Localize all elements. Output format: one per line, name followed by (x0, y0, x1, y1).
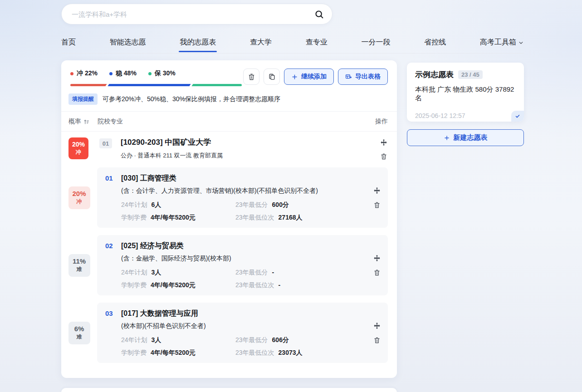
copy-icon (268, 73, 276, 81)
ratio-legend: 冲 22% 稳 48% 保 30% (70, 69, 242, 78)
continue-add-button[interactable]: 继续添加 (284, 69, 334, 85)
major-actions (373, 255, 381, 276)
copy-list-button[interactable] (264, 69, 280, 85)
nav-item-toolbox[interactable]: 高考工具箱 (480, 38, 524, 52)
plan-timestamp: 2025-06-12 12:57 (415, 112, 516, 119)
plus-icon (291, 74, 298, 80)
major-desc: (含：会计学、人力资源管理、市场营销)(校本部)(不招单色识别不全者) (121, 186, 380, 195)
stable-dot-icon (109, 72, 112, 75)
major-row: 20% 冲 01 [030] 工商管理类 (含：会计学、人力资源管理、市场营销)… (61, 167, 397, 228)
main-nav: 首页 智能选志愿 我的志愿表 查大学 查专业 一分一段 省控线 高考工具箱 (61, 38, 524, 54)
fill-reminder: 填报提醒 可参考20%冲、50%稳、30%保比例填报，并合理调整志愿顺序 (61, 86, 397, 111)
plan-selected-corner (511, 111, 524, 122)
plan-meta: 本科批 广东 物生政 580分 37892名 (415, 85, 516, 103)
list-header: 概率 院校专业 操作 (61, 111, 397, 132)
school-tags: 公办 · 普通本科 211 双一流 教育部直属 (121, 152, 380, 160)
move-icon[interactable] (373, 255, 381, 262)
move-icon[interactable] (373, 187, 381, 194)
search-bar (61, 4, 333, 24)
legend-safe: 保 30% (148, 69, 176, 78)
trash-icon (248, 73, 255, 81)
major-order: 01 (105, 174, 121, 182)
major-actions (373, 187, 381, 209)
major-row: 6% 难 03 [017] 大数据管理与应用 (校本部)(不招单色识别不全者) … (61, 303, 397, 363)
table-export-icon (345, 74, 352, 80)
major-card[interactable]: 01 [030] 工商管理类 (含：会计学、人力资源管理、市场营销)(校本部)(… (97, 167, 388, 228)
legend-rush: 冲 22% (70, 69, 98, 78)
ratio-bar-stable (108, 84, 191, 86)
ratio-bar-rush (70, 84, 107, 86)
nav-item-home[interactable]: 首页 (61, 38, 76, 52)
major-probability-badge: 20% 冲 (68, 186, 90, 209)
reminder-text: 可参考20%冲、50%稳、30%保比例填报，并合理调整志愿顺序 (103, 95, 280, 103)
rush-dot-icon (70, 72, 73, 75)
major-title: [025] 经济与贸易类 (121, 241, 184, 251)
major-card[interactable]: 03 [017] 大数据管理与应用 (校本部)(不招单色识别不全者) 24年计划… (97, 303, 388, 363)
plus-icon (444, 135, 450, 141)
major-row: 11% 难 02 [025] 经济与贸易类 (含：金融学、国际经济与贸易)(校本… (61, 235, 397, 295)
trash-icon[interactable] (373, 337, 381, 344)
school-title[interactable]: [10290-203] 中国矿业大学 (121, 137, 380, 147)
plan-count-badge: 23 / 45 (458, 70, 483, 79)
major-stats: 24年计划6人 23年最低分600分 学制学费4年/每年5200元 23年最低位… (121, 200, 380, 222)
trash-icon[interactable] (373, 201, 381, 209)
next-card-edge (61, 388, 397, 392)
col-probability: 概率 (68, 118, 81, 126)
nav-item-rank-table[interactable]: 一分一段 (362, 38, 391, 52)
school-order-badge: 01 (99, 138, 112, 148)
school-info: [10290-203] 中国矿业大学 公办 · 普通本科 211 双一流 教育部… (121, 137, 380, 160)
nav-item-my-list[interactable]: 我的志愿表 (180, 38, 216, 52)
chevron-down-icon (518, 40, 524, 46)
major-order: 02 (105, 242, 121, 250)
nav-item-majors[interactable]: 查专业 (306, 38, 328, 52)
sort-icon[interactable] (83, 119, 89, 125)
major-stats: 24年计划3人 23年最低分606分 学制学费4年/每年5200元 23年最低位… (121, 335, 380, 357)
major-card[interactable]: 02 [025] 经济与贸易类 (含：金融学、国际经济与贸易)(校本部) 24年… (97, 235, 388, 295)
export-table-button[interactable]: 导出表格 (338, 69, 388, 85)
ratio-bar-safe (192, 84, 242, 86)
volunteer-list-panel: 冲 22% 稳 48% 保 30% (61, 60, 397, 378)
trash-icon[interactable] (380, 153, 387, 160)
ratio-summary: 冲 22% 稳 48% 保 30% (70, 69, 242, 86)
move-icon[interactable] (380, 139, 387, 146)
major-title: [030] 工商管理类 (121, 174, 176, 183)
move-icon[interactable] (373, 322, 381, 329)
plan-title: 示例志愿表 (415, 69, 454, 80)
school-probability-badge: 20% 冲 (68, 137, 88, 159)
delete-list-button[interactable] (243, 69, 259, 85)
major-order: 03 (105, 309, 121, 317)
search-icon[interactable] (314, 10, 324, 19)
plan-card[interactable]: 示例志愿表 23 / 45 本科批 广东 物生政 580分 37892名 202… (407, 63, 524, 122)
new-plan-button[interactable]: 新建志愿表 (407, 129, 524, 146)
col-school-major: 院校专业 (98, 118, 123, 126)
ratio-bar (70, 84, 242, 86)
safe-dot-icon (148, 72, 152, 75)
school-row: 20% 冲 01 [10290-203] 中国矿业大学 公办 · 普通本科 21… (61, 132, 397, 164)
check-icon (515, 113, 520, 119)
stats-row: 冲 22% 稳 48% 保 30% (61, 60, 397, 86)
major-probability-badge: 11% 难 (68, 254, 90, 277)
trash-icon[interactable] (373, 269, 381, 276)
reminder-badge: 填报提醒 (68, 93, 98, 105)
list-actions: 继续添加 导出表格 (243, 69, 388, 85)
school-actions (380, 137, 390, 160)
nav-item-smart-select[interactable]: 智能选志愿 (110, 38, 146, 52)
major-actions (373, 322, 381, 344)
search-input[interactable] (72, 10, 314, 18)
legend-stable: 稳 48% (109, 69, 137, 78)
major-stats: 24年计划3人 23年最低分- 学制学费4年/每年5200元 23年最低位次- (121, 268, 380, 289)
col-actions: 操作 (375, 118, 388, 126)
major-probability-badge: 6% 难 (68, 322, 90, 344)
major-desc: (含：金融学、国际经济与贸易)(校本部) (121, 254, 380, 263)
major-desc: (校本部)(不招单色识别不全者) (121, 322, 380, 330)
nav-item-universities[interactable]: 查大学 (250, 38, 272, 52)
nav-item-cutoff-lines[interactable]: 省控线 (424, 38, 446, 52)
major-title: [017] 大数据管理与应用 (121, 309, 198, 318)
